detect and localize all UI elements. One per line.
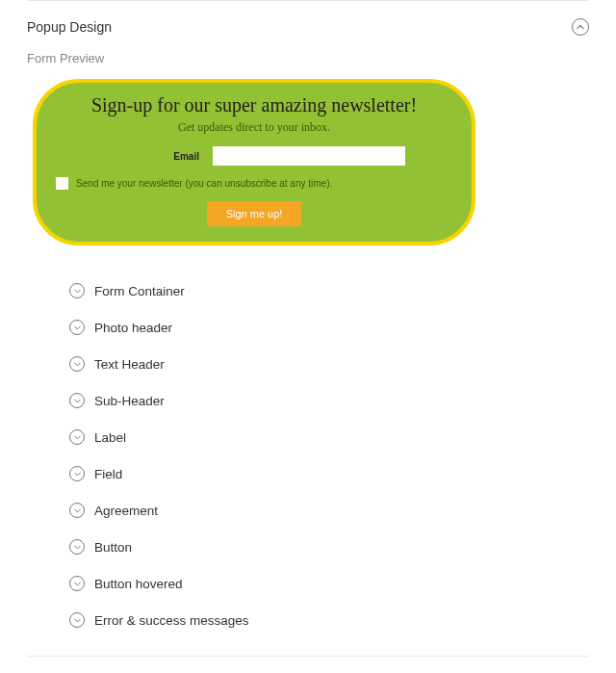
settings-item-label: Form Container [94, 284, 185, 298]
section-header-popup-design[interactable]: Popup Design [27, 1, 589, 51]
chevron-down-icon [69, 393, 85, 408]
settings-item-label: Field [94, 467, 122, 481]
settings-item-label[interactable]: Label [69, 419, 589, 455]
settings-item-label: Text Header [94, 357, 165, 372]
email-input[interactable] [213, 146, 405, 166]
settings-item-label: Label [94, 430, 126, 445]
chevron-up-icon [572, 18, 589, 36]
settings-item-label: Photo header [94, 321, 172, 335]
chevron-down-icon [69, 283, 85, 298]
chevron-down-icon [69, 503, 85, 518]
settings-item-form-container[interactable]: Form Container [69, 272, 589, 309]
settings-item-label: Button [94, 540, 132, 555]
settings-item-photo-header[interactable]: Photo header [69, 309, 589, 346]
section-title: Popup Design [27, 19, 112, 35]
chevron-down-icon [69, 576, 85, 591]
form-preview-label: Form Preview [27, 51, 589, 65]
settings-item-label: Button hovered [94, 577, 183, 591]
settings-list: Form Container Photo header Text Header … [27, 255, 589, 656]
settings-item-error-success[interactable]: Error & success messages [69, 602, 589, 638]
settings-item-text-header[interactable]: Text Header [69, 346, 589, 382]
agreement-text: Send me your newsletter (you can unsubsc… [76, 178, 332, 189]
chevron-down-icon [69, 356, 85, 372]
settings-item-agreement[interactable]: Agreement [69, 492, 589, 529]
popup-container: Sign-up for our super amazing newsletter… [33, 79, 475, 246]
signup-button[interactable]: Sign me up! [207, 201, 302, 226]
popup-title: Sign-up for our super amazing newsletter… [50, 94, 458, 116]
chevron-down-icon [69, 429, 85, 445]
agreement-row: Send me your newsletter (you can unsubsc… [56, 177, 458, 190]
settings-item-button[interactable]: Button [69, 529, 589, 565]
chevron-down-icon [69, 466, 85, 481]
settings-item-label: Error & success messages [94, 613, 249, 628]
settings-item-label: Agreement [94, 504, 158, 518]
settings-item-label: Sub-Header [94, 394, 165, 408]
popup-subtitle: Get updates direct to your inbox. [50, 120, 458, 135]
chevron-down-icon [69, 539, 85, 555]
chevron-down-icon [69, 612, 85, 628]
divider-bottom [27, 656, 589, 657]
agreement-checkbox[interactable] [56, 177, 68, 190]
chevron-down-icon [69, 320, 85, 335]
email-field-row: Email [50, 146, 458, 166]
settings-item-field[interactable]: Field [69, 455, 589, 492]
settings-item-sub-header[interactable]: Sub-Header [69, 382, 589, 419]
settings-item-button-hovered[interactable]: Button hovered [69, 565, 589, 602]
email-label: Email [103, 151, 199, 162]
form-preview: Sign-up for our super amazing newsletter… [27, 79, 589, 255]
